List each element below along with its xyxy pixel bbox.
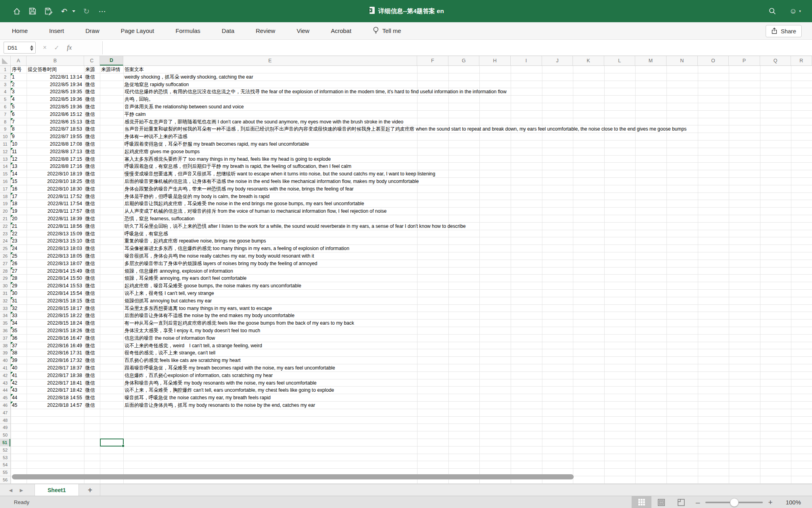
- sheet-tab-sheet1[interactable]: Sheet1: [34, 484, 79, 496]
- row-header-47[interactable]: 47: [0, 409, 10, 417]
- name-box-stepper[interactable]: [30, 42, 33, 54]
- cell-E6[interactable]: 音声体用关系 the relationship between sound an…: [123, 103, 244, 111]
- prev-sheet-icon[interactable]: ◀: [6, 484, 15, 496]
- row-header-26[interactable]: 26: [0, 252, 10, 260]
- page-layout-view-button[interactable]: [651, 496, 671, 508]
- row-header-8[interactable]: 8: [0, 118, 10, 126]
- cell-C34[interactable]: 微信: [84, 312, 95, 319]
- cell-C27[interactable]: 微信: [84, 260, 95, 267]
- fill-handle[interactable]: [122, 444, 124, 447]
- row-header-20[interactable]: 20: [0, 208, 10, 215]
- row-header-43[interactable]: 43: [0, 379, 10, 387]
- cell-E23[interactable]: 呼吸急促，有窒息感: [123, 230, 168, 238]
- cell-A1[interactable]: 序号: [11, 66, 21, 73]
- cell-E14[interactable]: 呼吸跟着急促，有窒息感，但到后期归于平静 my breath is rapid,…: [123, 163, 351, 170]
- cell-C38[interactable]: 微信: [84, 342, 95, 350]
- cell-E2[interactable]: weirdly shocking，抓耳朵 weirdly shocking, c…: [123, 73, 253, 81]
- cell-B19[interactable]: 2022/8/11 17:54: [27, 200, 84, 208]
- cell-B14[interactable]: 2022/8/8 17:16: [27, 163, 84, 170]
- row-header-44[interactable]: 44: [0, 387, 10, 394]
- cell-C5[interactable]: 微信: [84, 96, 95, 103]
- cell-C42[interactable]: 微信: [84, 372, 95, 379]
- cell-E45[interactable]: 噪音抓耳，呼吸急促 the noise catches my ear, my b…: [123, 394, 270, 402]
- cell-B42[interactable]: 2022/8/17 18:38: [27, 372, 84, 379]
- column-header-C[interactable]: C: [84, 56, 100, 65]
- zoom-slider[interactable]: [705, 502, 763, 503]
- row-header-29[interactable]: 29: [0, 275, 10, 282]
- cell-E7[interactable]: 平静 calm: [123, 111, 146, 118]
- cell-E46[interactable]: 后面的噪音让身体共鸣，抓耳 my body resonants to the n…: [123, 402, 315, 409]
- row-header-11[interactable]: 11: [0, 140, 10, 148]
- row-header-48[interactable]: 48: [0, 417, 10, 424]
- column-header-P[interactable]: P: [729, 56, 760, 65]
- cell-C26[interactable]: 微信: [84, 252, 95, 260]
- cell-E5[interactable]: 共鸣，回响。: [123, 96, 153, 103]
- cell-C21[interactable]: 微信: [84, 215, 95, 223]
- cell-E17[interactable]: 身体会跟繁杂的噪音产生共鸣，带来一种恐惧感 my body resonants …: [123, 185, 354, 193]
- row-header-54[interactable]: 54: [0, 461, 10, 469]
- row-header-19[interactable]: 19: [0, 200, 10, 208]
- row-header-53[interactable]: 53: [0, 454, 10, 462]
- cell-E28[interactable]: 烦躁，信息爆炸 annoying, explosion of informati…: [123, 267, 233, 275]
- row-header-52[interactable]: 52: [0, 446, 10, 454]
- row-header-3[interactable]: 3: [0, 81, 10, 89]
- cell-C22[interactable]: 微信: [84, 223, 95, 230]
- cell-E15[interactable]: 慢慢变成噪音想要逃离，但声音又很抓耳，想继续听 want to escape w…: [123, 170, 435, 178]
- cell-C30[interactable]: 微信: [84, 282, 95, 290]
- cell-C12[interactable]: 微信: [84, 148, 95, 156]
- row-header-6[interactable]: 6: [0, 103, 10, 111]
- cell-E29[interactable]: 烦躁，耳朵难受 annoying, my ears don't feel com…: [123, 275, 247, 282]
- cell-C29[interactable]: 微信: [84, 275, 95, 282]
- cell-B7[interactable]: 2022/8/6 15:12: [27, 111, 84, 118]
- row-header-1[interactable]: 1: [0, 66, 10, 73]
- cell-C44[interactable]: 微信: [84, 387, 95, 394]
- cell-B26[interactable]: 2022/8/13 18:05: [27, 252, 84, 260]
- tab-formulas[interactable]: Formulas: [165, 22, 211, 40]
- cell-B34[interactable]: 2022/8/15 18:22: [27, 312, 84, 319]
- feedback-smiley-icon[interactable]: ☺: [788, 6, 798, 16]
- cell-C3[interactable]: 微信: [84, 81, 95, 89]
- cell-B9[interactable]: 2022/8/7 18:53: [27, 125, 84, 133]
- cell-B30[interactable]: 2022/8/14 15:53: [27, 282, 84, 290]
- cell-C1[interactable]: 来源: [84, 66, 95, 73]
- cell-E41[interactable]: 跟着噪音呼吸急促，耳朵难受 my breath becomes rapid wi…: [123, 364, 335, 372]
- row-header-30[interactable]: 30: [0, 282, 10, 290]
- cell-B21[interactable]: 2022/8/11 18:39: [27, 215, 84, 223]
- cell-E11[interactable]: 呼吸跟着变得急促，耳朵不舒服 my breath becomes rapid, …: [123, 140, 309, 148]
- next-sheet-icon[interactable]: ▶: [17, 484, 26, 496]
- cell-E31[interactable]: 说不上来，很奇怪 I can't tell, very strange: [123, 290, 214, 297]
- cell-E39[interactable]: 很奇怪的感觉，说不上来 strange, can't tell: [123, 349, 215, 357]
- cell-C32[interactable]: 微信: [84, 297, 95, 305]
- column-header-G[interactable]: G: [448, 56, 479, 65]
- row-header-28[interactable]: 28: [0, 267, 10, 275]
- cell-B40[interactable]: 2022/8/16 17:32: [27, 357, 84, 364]
- zoom-in-button[interactable]: +: [767, 498, 774, 507]
- row-header-10[interactable]: 10: [0, 133, 10, 140]
- cell-B32[interactable]: 2022/8/15 18:15: [27, 297, 84, 305]
- sheet-grid[interactable]: 1234567891011121314151617181920212223242…: [0, 66, 812, 484]
- cell-B25[interactable]: 2022/8/13 18:03: [27, 245, 84, 252]
- row-header-12[interactable]: 12: [0, 148, 10, 156]
- row-header-9[interactable]: 9: [0, 125, 10, 133]
- zoom-out-button[interactable]: –: [694, 498, 701, 507]
- column-header-M[interactable]: M: [635, 56, 666, 65]
- cell-E33[interactable]: 耳朵里太多东西想要逃离 too many things in my ears, …: [123, 305, 272, 312]
- row-header-34[interactable]: 34: [0, 312, 10, 319]
- row-header-7[interactable]: 7: [0, 111, 10, 118]
- tab-acrobat[interactable]: Acrobat: [320, 22, 362, 40]
- cell-D1[interactable]: 来源详情: [100, 66, 121, 73]
- cell-E40[interactable]: 百爪挠心的感觉 feels like cats are scratching m…: [123, 357, 241, 364]
- cell-E36[interactable]: 身体没太大感受，享受 I enjoy it, my body doesn't f…: [123, 327, 260, 335]
- cell-B17[interactable]: 2022/8/10 18:30: [27, 185, 84, 193]
- cell-C14[interactable]: 微信: [84, 163, 95, 170]
- cell-E26[interactable]: 噪音很抓耳，身体会共鸣 the noise really catches my …: [123, 252, 314, 260]
- row-header-36[interactable]: 36: [0, 327, 10, 335]
- insert-function-icon[interactable]: fx: [64, 42, 75, 54]
- tab-review[interactable]: Review: [245, 22, 286, 40]
- cell-B10[interactable]: 2022/8/7 19:55: [27, 133, 84, 140]
- column-header-I[interactable]: I: [511, 56, 542, 65]
- cell-C46[interactable]: 微信: [84, 402, 95, 409]
- row-header-21[interactable]: 21: [0, 215, 10, 223]
- cell-B38[interactable]: 2022/8/16 16:49: [27, 342, 84, 350]
- formula-input[interactable]: [103, 40, 812, 56]
